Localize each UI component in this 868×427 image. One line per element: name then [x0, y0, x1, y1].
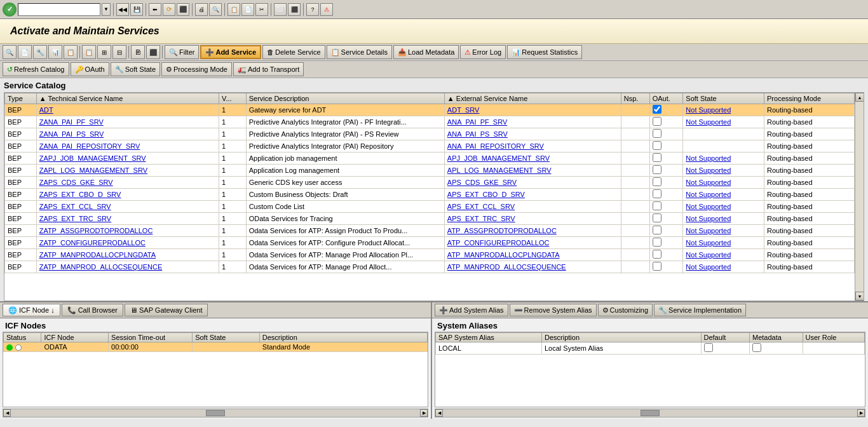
icon-btn-6[interactable]: 📋 — [82, 45, 96, 59]
scroll-left-arrow-r[interactable]: ◀ — [435, 409, 443, 417]
oauth-checkbox[interactable] — [653, 189, 661, 198]
oauth-checkbox[interactable] — [653, 153, 661, 162]
alias-default-cell[interactable] — [701, 342, 750, 355]
oauth-cell[interactable] — [649, 140, 683, 152]
left-scrollbar-h[interactable]: ◀ ▶ — [3, 409, 428, 417]
reload-btn[interactable]: ⟳ — [163, 3, 175, 16]
tab-service-implementation[interactable]: 🔧 Service Implementation — [654, 304, 746, 316]
add-transport-button[interactable]: 🚛 Add to Transport — [233, 62, 304, 76]
screen-btn2[interactable]: ⬛ — [288, 3, 301, 16]
table-row[interactable]: BEPZATP_MANPRODALLOCPLNGDATA1Odata Servi… — [5, 249, 855, 261]
processing-mode-button[interactable]: ⚙ Processing Mode — [161, 62, 232, 76]
table-row[interactable]: BEPZAPS_EXT_CCL_SRV1Custom Code ListAPS_… — [5, 201, 855, 213]
icon-btn-1[interactable]: 🔍 — [3, 45, 17, 59]
table-scrollbar-v[interactable]: ▲ ▼ — [855, 93, 864, 301]
copy-btn[interactable]: 📋 — [227, 3, 240, 16]
delete-service-button[interactable]: 🗑 Delete Service — [262, 45, 325, 59]
oauth-cell[interactable] — [649, 237, 683, 249]
oauth-cell[interactable] — [649, 261, 683, 273]
icon-btn-4[interactable]: 📊 — [48, 45, 62, 59]
col-tech-name[interactable]: ▲ Technical Service Name — [36, 93, 219, 104]
external-name-cell[interactable]: ATP_MANPROD_ALLOCSEQUENCE — [444, 261, 621, 273]
table-row[interactable]: BEPZANA_PAI_PS_SRV1Predictive Analytics … — [5, 128, 855, 140]
tab-remove-system-alias[interactable]: ➖ Remove System Alias — [510, 304, 597, 316]
alias-metadata-cell[interactable] — [750, 342, 803, 355]
table-row[interactable]: BEPADT1Gateway service for ADTADT_SRVNot… — [5, 104, 855, 116]
oauth-checkbox[interactable] — [653, 214, 661, 222]
scroll-left-arrow[interactable]: ◀ — [3, 409, 11, 417]
external-name-cell[interactable]: ATP_CONFIGUREPRODALLOC — [444, 237, 621, 249]
external-name-cell[interactable]: ANA_PAI_PS_SRV — [444, 128, 621, 140]
tech-name-cell[interactable]: ZAPS_CDS_GKE_SRV — [36, 177, 219, 189]
oauth-checkbox[interactable] — [653, 117, 661, 126]
external-name-cell[interactable]: APL_LOG_MANAGEMENT_SRV — [444, 165, 621, 177]
add-service-button[interactable]: ➕ Add Service — [200, 45, 261, 59]
tech-name-cell[interactable]: ZATP_MANPROD_ALLOCSEQUENCE — [36, 261, 219, 273]
tab-customizing[interactable]: ⚙ Customizing — [598, 304, 653, 316]
external-name-cell[interactable]: APS_EXT_TRC_SRV — [444, 213, 621, 225]
tech-name-cell[interactable]: ZANA_PAI_PS_SRV — [36, 128, 219, 140]
external-name-cell[interactable]: APS_CDS_GKE_SRV — [444, 177, 621, 189]
table-row[interactable]: LOCAL Local System Alias — [436, 342, 865, 355]
table-row[interactable]: BEPZAPJ_JOB_MANAGEMENT_SRV1Application j… — [5, 152, 855, 165]
nav-back-btn[interactable]: ◀◀ — [116, 3, 129, 16]
oauth-cell[interactable] — [649, 116, 683, 128]
find-btn[interactable]: 🔍 — [209, 3, 222, 16]
print-btn[interactable]: 🖨 — [195, 3, 208, 16]
oauth-cell[interactable] — [649, 249, 683, 261]
scroll-up-arrow[interactable]: ▲ — [855, 93, 864, 102]
tech-name-cell[interactable]: ADT — [36, 104, 219, 116]
filter-button[interactable]: 🔍 Filter — [165, 45, 199, 59]
tab-icf-node[interactable]: 🌐 ICF Node ↓ — [3, 304, 60, 316]
table-row[interactable]: BEPZAPS_EXT_CBO_D_SRV1Custom Business Ob… — [5, 189, 855, 201]
external-name-cell[interactable]: ANA_PAI_PF_SRV — [444, 116, 621, 128]
oauth-cell[interactable] — [649, 189, 683, 201]
oauth-checkbox[interactable] — [653, 129, 661, 138]
scroll-thumb-h[interactable] — [206, 410, 225, 416]
scroll-right-arrow[interactable]: ▶ — [420, 409, 428, 417]
save-btn[interactable]: 💾 — [130, 3, 143, 16]
oauth-checkbox[interactable] — [653, 226, 661, 234]
col-external-name[interactable]: ▲ External Service Name — [444, 93, 621, 104]
scroll-right-arrow-r[interactable]: ▶ — [857, 409, 865, 417]
error-log-button[interactable]: ⚠ Error Log — [460, 45, 506, 59]
stop-btn[interactable]: ⬛ — [177, 3, 189, 16]
help-btn[interactable]: ? — [306, 3, 319, 16]
oauth-button[interactable]: 🔑 OAuth — [71, 62, 109, 76]
cut-btn[interactable]: ✂ — [255, 3, 268, 16]
col-description[interactable]: Service Description — [246, 93, 444, 104]
icon-btn-5[interactable]: 📋 — [64, 45, 78, 59]
request-statistics-button[interactable]: 📊 Request Statistics — [507, 45, 582, 59]
col-nsp[interactable]: Nsp. — [621, 93, 649, 104]
tech-name-cell[interactable]: ZATP_CONFIGUREPRODALLOC — [36, 237, 219, 249]
tab-add-system-alias[interactable]: ➕ Add System Alias — [435, 304, 508, 316]
external-name-cell[interactable]: APS_EXT_CCL_SRV — [444, 201, 621, 213]
oauth-checkbox[interactable] — [653, 250, 661, 259]
table-row[interactable]: BEPZATP_ASSGPRODTOPRODALLOC1Odata Servic… — [5, 225, 855, 237]
oauth-cell[interactable] — [649, 177, 683, 189]
tech-name-cell[interactable]: ZAPL_LOG_MANAGEMENT_SRV — [36, 165, 219, 177]
paste-btn[interactable]: 📄 — [241, 3, 254, 16]
command-input[interactable] — [18, 3, 100, 16]
tab-gateway-client[interactable]: 🖥 SAP Gateway Client — [125, 304, 208, 316]
tech-name-cell[interactable]: ZAPJ_JOB_MANAGEMENT_SRV — [36, 152, 219, 165]
soft-state-button[interactable]: 🔧 Soft State — [111, 62, 160, 76]
table-row[interactable]: BEPZATP_MANPROD_ALLOCSEQUENCE1Odata Serv… — [5, 261, 855, 273]
table-row[interactable]: BEPZATP_CONFIGUREPRODALLOC1Odata Service… — [5, 237, 855, 249]
scroll-down-arrow[interactable]: ▼ — [855, 292, 864, 301]
external-name-cell[interactable]: ANA_PAI_REPOSITORY_SRV — [444, 140, 621, 152]
load-metadata-button[interactable]: 📥 Load Metadata — [393, 45, 459, 59]
oauth-cell[interactable] — [649, 165, 683, 177]
icon-btn-7[interactable]: ⊞ — [97, 45, 111, 59]
col-type[interactable]: Type — [5, 93, 37, 104]
alert-btn[interactable]: ⚠ — [320, 3, 333, 16]
external-name-cell[interactable]: APS_EXT_CBO_D_SRV — [444, 189, 621, 201]
oauth-checkbox[interactable] — [653, 238, 661, 247]
col-oauth[interactable]: OAut. — [649, 93, 683, 104]
table-row[interactable]: ODATA 00:00:00 Standard Mode — [4, 342, 428, 352]
oauth-checkbox[interactable] — [653, 177, 661, 186]
tech-name-cell[interactable]: ZANA_PAI_REPOSITORY_SRV — [36, 140, 219, 152]
oauth-checkbox[interactable] — [653, 105, 661, 114]
service-details-button[interactable]: 📋 Service Details — [327, 45, 392, 59]
table-row[interactable]: BEPZANA_PAI_PF_SRV1Predictive Analytics … — [5, 116, 855, 128]
